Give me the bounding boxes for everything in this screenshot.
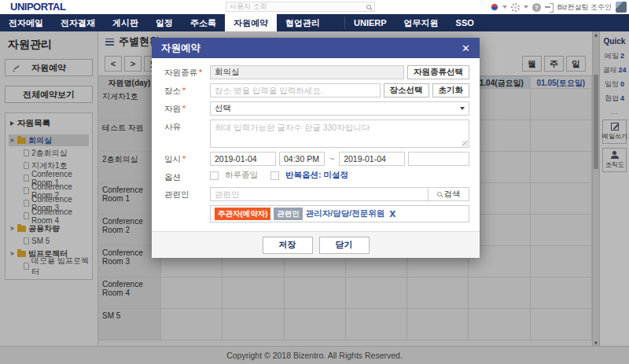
modal-header: 자원예약 ✕ [152, 38, 480, 58]
end-date-input[interactable] [339, 152, 405, 166]
resize-grip-icon[interactable] [462, 141, 468, 146]
place-reset-button[interactable]: 초기화 [432, 83, 470, 97]
end-time-input[interactable] [408, 152, 469, 166]
repeat-checkbox[interactable] [270, 171, 279, 180]
place-select-button[interactable]: 장소선택 [384, 83, 429, 97]
nav-item-resource-reservation[interactable]: 자원예약 [225, 14, 277, 31]
related-badge: 관련인 [274, 208, 303, 220]
nav-item-unierp[interactable]: UNIERP [345, 14, 395, 31]
nav-item-calendar[interactable]: 일정 [147, 14, 182, 31]
required-mark: * [182, 86, 186, 95]
modal-body: 자원종류* 자원종류선택 장소* 장소선택 초기화 자원* 선택 [152, 58, 480, 231]
modal-footer: 저장 닫기 [152, 231, 480, 258]
caret-down-icon [460, 107, 465, 110]
uniportal-logo: UNIPORTAL [10, 1, 65, 13]
participants-box: 주관자(예약자) 관련인 관리자/담당/전문위원 X [210, 205, 469, 222]
owner-badge: 주관자(예약자) [215, 208, 270, 220]
search-label: 검색 [444, 189, 461, 200]
gear-icon[interactable] [511, 3, 520, 12]
nav-item-sso[interactable]: SSO [447, 14, 483, 31]
reason-textarea[interactable] [210, 119, 469, 148]
resource-select-value: 선택 [215, 103, 231, 114]
related-person-search-button[interactable]: 검색 [429, 187, 469, 201]
language-flag-icon[interactable] [491, 3, 498, 11]
top-utility-bar: UNIPORTAL 사용자 조회 ? Biz컨설팅 조수인 [0, 0, 629, 14]
nav-item-support[interactable]: 업무지원 [395, 14, 447, 31]
chevron-down-icon[interactable] [524, 6, 528, 9]
field-label: 옵션 [164, 170, 210, 183]
repeat-option-label[interactable]: 반복옵션: 미설정 [285, 170, 348, 181]
user-search-placeholder: 사용자 조회 [230, 2, 366, 12]
page: UNIPORTAL 사용자 조회 ? Biz컨설팅 조수인 전자메일 전자결재 … [0, 0, 629, 364]
range-separator: ~ [328, 154, 336, 164]
participant-name: 관리자/담당/전문위원 [306, 208, 384, 219]
required-mark: * [199, 68, 202, 77]
field-datetime: 일시* ~ [164, 152, 469, 166]
nav-item-mail[interactable]: 전자메일 [0, 14, 52, 31]
all-day-checkbox[interactable] [210, 171, 219, 180]
resource-type-input[interactable] [210, 65, 404, 79]
chevron-down-icon[interactable] [502, 6, 507, 9]
field-label: 사유 [164, 119, 210, 133]
nav-item-board[interactable]: 게시판 [104, 14, 147, 31]
field-label-empty [164, 205, 210, 208]
modal-title: 자원예약 [161, 42, 200, 55]
nav-right-group: UNIERP 업무지원 SSO [345, 14, 483, 31]
field-label: 관련인 [164, 187, 210, 200]
nav-item-approval[interactable]: 전자결재 [52, 14, 104, 31]
close-button[interactable]: 닫기 [319, 237, 370, 254]
start-time-input[interactable] [279, 152, 325, 166]
resource-reservation-modal: 자원예약 ✕ 자원종류* 자원종류선택 장소* 장소선택 초기화 자 [152, 38, 480, 258]
field-label: 일시* [164, 152, 210, 165]
place-input[interactable] [210, 83, 381, 97]
field-options: 옵션 하루종일 반복옵션: 미설정 [164, 170, 469, 183]
related-person-input[interactable] [210, 187, 429, 201]
remove-participant-button[interactable]: X [389, 209, 395, 219]
save-button[interactable]: 저장 [263, 237, 313, 254]
field-reason: 사유 [164, 119, 469, 148]
all-day-label: 하루종일 [225, 170, 258, 181]
resource-select[interactable]: 선택 [210, 101, 469, 116]
search-icon [366, 5, 371, 9]
field-label: 자원* [164, 101, 210, 115]
field-place: 장소* 장소선택 초기화 [164, 83, 469, 97]
nav-item-contacts[interactable]: 주소록 [182, 14, 225, 31]
search-icon [437, 192, 442, 197]
required-mark: * [182, 104, 186, 113]
start-date-input[interactable] [210, 152, 276, 166]
field-resource-type: 자원종류* 자원종류선택 [164, 65, 469, 79]
user-name: Biz컨설팅 조수인 [557, 2, 612, 13]
field-label: 장소* [164, 83, 210, 97]
main-nav: 전자메일 전자결재 게시판 일정 주소록 자원예약 협업관리 UNIERP 업무… [0, 14, 629, 31]
user-search-box[interactable]: 사용자 조회 [226, 2, 375, 12]
topbar-actions: ? Biz컨설팅 조수인 [491, 0, 627, 14]
resource-type-select-button[interactable]: 자원종류선택 [407, 65, 469, 79]
logout-icon[interactable] [545, 3, 554, 11]
nav-item-collaboration[interactable]: 협업관리 [277, 14, 329, 31]
required-mark: * [182, 154, 186, 164]
help-icon[interactable]: ? [532, 3, 541, 12]
participants-row: 주관자(예약자) 관련인 관리자/담당/전문위원 X [164, 205, 469, 222]
close-icon[interactable]: ✕ [462, 43, 470, 53]
field-resource: 자원* 선택 [164, 101, 469, 116]
field-related-person: 관련인 검색 [164, 187, 469, 201]
field-label: 자원종류* [164, 65, 210, 79]
avatar[interactable] [616, 2, 627, 13]
